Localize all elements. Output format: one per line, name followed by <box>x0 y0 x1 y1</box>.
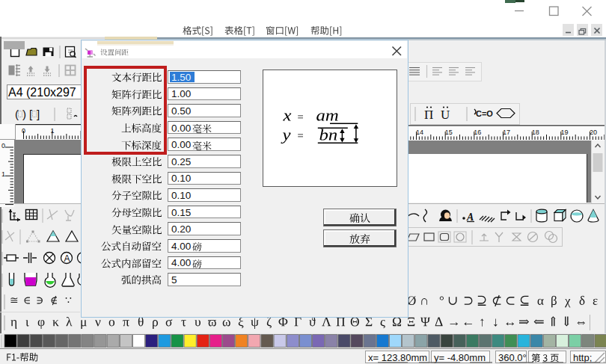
svg-text:0: 0 <box>1 142 5 149</box>
svg-text:15: 15 <box>444 129 452 136</box>
svg-text:Π: Π <box>424 108 433 122</box>
svg-text:19: 19 <box>560 129 568 136</box>
svg-text:U: U <box>441 108 450 122</box>
svg-text:]: ] <box>37 108 40 120</box>
svg-text:C=O: C=O <box>476 109 493 118</box>
svg-text:A: A <box>64 253 70 264</box>
svg-text:16: 16 <box>474 129 481 136</box>
svg-text:1: 1 <box>50 127 54 135</box>
svg-text:): ) <box>22 108 26 120</box>
svg-text:14: 14 <box>416 129 423 136</box>
svg-text:0: 0 <box>22 127 25 135</box>
svg-text:18: 18 <box>531 129 539 136</box>
svg-text:17: 17 <box>503 129 510 136</box>
svg-text:1: 1 <box>1 170 5 178</box>
svg-text:20: 20 <box>590 129 597 136</box>
svg-text:A: A <box>466 212 474 223</box>
